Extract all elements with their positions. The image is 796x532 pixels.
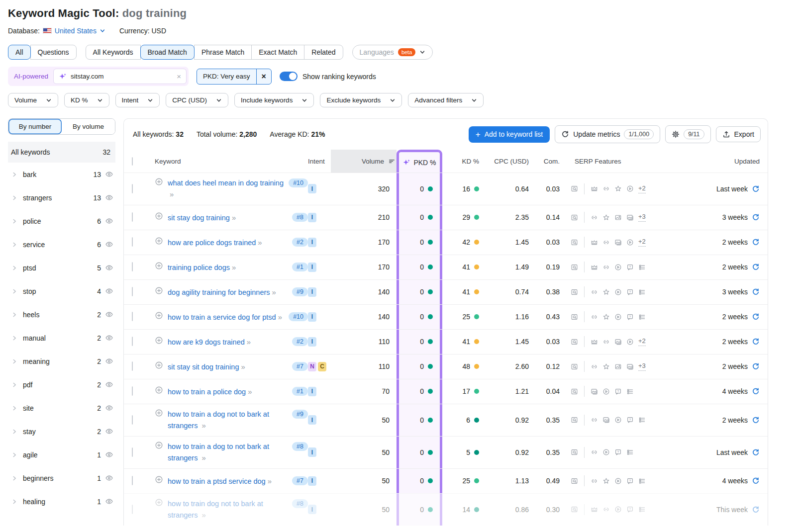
expand-arrows-icon[interactable]: » — [268, 477, 271, 485]
refresh-icon[interactable] — [752, 362, 760, 370]
row-checkbox[interactable] — [132, 361, 133, 371]
keyword-link[interactable]: how to train a service dog for ptsd» — [168, 311, 282, 323]
intent-badge-I[interactable]: I — [308, 287, 316, 297]
eye-icon[interactable] — [105, 264, 113, 272]
sidebar-item-police[interactable]: police6 — [8, 209, 115, 233]
keyword-link[interactable]: sit stay dog training» — [168, 212, 235, 223]
eye-icon[interactable] — [105, 310, 113, 319]
expand-arrows-icon[interactable]: » — [272, 288, 276, 296]
keyword-link[interactable]: how to train a dog not to bark atstrange… — [168, 409, 269, 432]
intent-badge-I[interactable]: I — [308, 337, 316, 347]
serp-preview-icon[interactable] — [571, 363, 578, 370]
row-checkbox[interactable] — [132, 184, 133, 193]
serp-preview-icon[interactable] — [571, 313, 578, 321]
position-badge[interactable]: #10 — [289, 178, 308, 187]
serp-preview-icon[interactable] — [571, 416, 578, 424]
sidebar-item-stop[interactable]: stop4 — [8, 279, 115, 303]
col-serp-features[interactable]: SERP Features — [560, 158, 684, 165]
languages-dropdown[interactable]: Languages beta — [352, 45, 433, 60]
row-checkbox[interactable] — [132, 212, 133, 222]
filter-advanced-filters[interactable]: Advanced filters — [408, 93, 484, 107]
keyword-link[interactable]: how to train a ptsd service dog» — [168, 475, 271, 487]
tab-related[interactable]: Related — [304, 45, 343, 60]
serp-more-count[interactable]: +2 — [638, 184, 646, 193]
sidebar-item-beginners[interactable]: beginners1 — [8, 466, 115, 490]
sidebar-item-site[interactable]: site2 — [8, 396, 115, 420]
serp-more-count[interactable]: +3 — [638, 213, 646, 222]
filter-intent[interactable]: Intent — [115, 93, 160, 107]
position-badge[interactable]: #9 — [292, 410, 308, 419]
col-kd[interactable]: KD % — [442, 158, 479, 165]
expand-arrows-icon[interactable]: » — [248, 387, 251, 396]
row-checkbox[interactable] — [132, 287, 133, 296]
keyword-link[interactable]: how to train a dog to not bark atstrange… — [168, 441, 269, 464]
plus-circle-icon[interactable] — [155, 386, 163, 394]
show-ranking-toggle[interactable] — [280, 72, 298, 81]
serp-preview-icon[interactable] — [571, 338, 578, 346]
select-all-checkbox[interactable] — [132, 157, 133, 166]
refresh-icon[interactable] — [752, 387, 760, 395]
row-checkbox[interactable] — [132, 447, 133, 457]
add-to-keyword-list-button[interactable]: + Add to keyword list — [469, 126, 550, 143]
keyword-link[interactable]: how to train dog not to bark atstrangers… — [168, 498, 263, 521]
position-badge[interactable]: #9 — [292, 287, 308, 296]
keyword-link[interactable]: how to train a police dog» — [168, 386, 252, 397]
serp-preview-icon[interactable] — [571, 448, 578, 456]
row-checkbox[interactable] — [132, 337, 133, 346]
refresh-icon[interactable] — [752, 213, 760, 221]
pkd-filter-chip[interactable]: PKD: Very easy × — [197, 69, 272, 85]
eye-icon[interactable] — [105, 427, 113, 436]
plus-circle-icon[interactable] — [155, 177, 163, 186]
position-badge[interactable]: #7 — [292, 362, 308, 371]
expand-arrows-icon[interactable]: » — [232, 213, 235, 222]
update-metrics-button[interactable]: Update metrics 1/1,000 — [555, 125, 660, 143]
position-badge[interactable]: #1 — [292, 263, 308, 271]
sidebar-item-stay[interactable]: stay2 — [8, 420, 115, 443]
expand-arrows-icon[interactable]: » — [232, 263, 235, 271]
col-cpc[interactable]: CPC (USD) — [479, 158, 529, 165]
serp-preview-icon[interactable] — [571, 506, 578, 513]
position-badge[interactable]: #2 — [292, 238, 308, 247]
col-keyword[interactable]: Keyword — [155, 158, 308, 165]
refresh-icon[interactable] — [752, 506, 760, 514]
columns-settings-button[interactable]: 9/11 — [665, 125, 710, 143]
eye-icon[interactable] — [105, 380, 113, 389]
eye-icon[interactable] — [105, 170, 113, 178]
keyword-link[interactable]: how are police dogs trained» — [168, 237, 262, 248]
intent-badge-N[interactable]: N — [308, 362, 316, 371]
intent-badge-I[interactable]: I — [308, 213, 316, 222]
keyword-link[interactable]: sit stay sit dog training» — [168, 361, 245, 372]
intent-badge-I[interactable]: I — [308, 387, 316, 396]
tab-phrase-match[interactable]: Phrase Match — [194, 45, 252, 60]
col-intent[interactable]: Intent — [308, 158, 331, 165]
sidebar-tab-by-volume[interactable]: By volume — [62, 119, 115, 134]
sidebar-item-service[interactable]: service6 — [8, 233, 115, 256]
refresh-icon[interactable] — [752, 288, 760, 296]
row-checkbox[interactable] — [132, 312, 133, 321]
sidebar-item-pdf[interactable]: pdf2 — [8, 373, 115, 396]
intent-badge-C[interactable]: C — [318, 362, 326, 371]
sidebar-item-heels[interactable]: heels2 — [8, 303, 115, 326]
filter-cpc-usd-[interactable]: CPC (USD) — [166, 93, 228, 107]
serp-preview-icon[interactable] — [571, 388, 578, 395]
serp-preview-icon[interactable] — [571, 264, 578, 271]
refresh-icon[interactable] — [752, 185, 760, 193]
row-checkbox[interactable] — [132, 505, 133, 514]
sidebar-item-ptsd[interactable]: ptsd5 — [8, 256, 115, 279]
refresh-icon[interactable] — [752, 416, 760, 424]
expand-arrows-icon[interactable]: » — [278, 313, 282, 321]
expand-arrows-icon[interactable]: » — [258, 238, 261, 247]
tab-exact-match[interactable]: Exact Match — [251, 45, 304, 60]
refresh-icon[interactable] — [752, 263, 760, 271]
intent-badge-I[interactable]: I — [308, 312, 316, 322]
col-volume[interactable]: Volume — [331, 150, 397, 173]
expand-arrows-icon[interactable]: » — [170, 190, 173, 198]
filter-exclude-keywords[interactable]: Exclude keywords — [320, 93, 402, 107]
expand-arrows-icon[interactable]: » — [201, 511, 205, 519]
expand-arrows-icon[interactable]: » — [201, 421, 205, 430]
serp-more-count[interactable]: +3 — [638, 362, 646, 371]
tab-all-keywords[interactable]: All Keywords — [86, 45, 141, 60]
database-selector[interactable]: Database: United States — [8, 27, 105, 35]
refresh-icon[interactable] — [752, 338, 760, 346]
refresh-icon[interactable] — [752, 313, 760, 321]
